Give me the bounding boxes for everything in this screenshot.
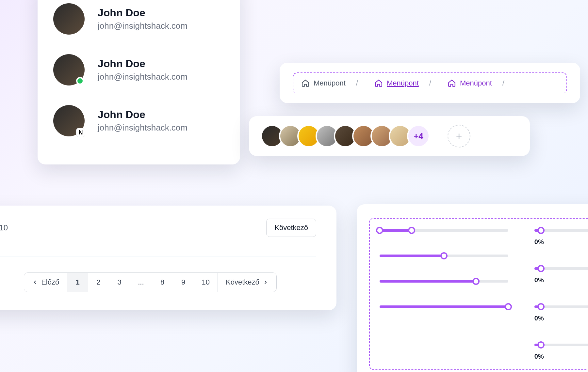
- avatar: [53, 54, 85, 85]
- pager-ellipsis: ...: [130, 273, 152, 292]
- contact-row[interactable]: John Doe john@insightshack.com: [53, 0, 224, 44]
- breadcrumb-label: Menüpont: [460, 79, 492, 87]
- slider-handle[interactable]: [505, 303, 512, 310]
- avatar-stack: +4: [261, 125, 430, 147]
- breadcrumb-item[interactable]: Menüpont /: [448, 79, 504, 87]
- pager-next-button[interactable]: Következő: [218, 273, 276, 292]
- pager-page-button[interactable]: 2: [88, 273, 109, 292]
- home-icon: [301, 79, 310, 87]
- slider-column-right: 0% 0% 0% 0%: [534, 228, 588, 360]
- breadcrumb-label: Menüpont: [314, 79, 346, 87]
- page-indicator: al 1/10: [0, 223, 8, 232]
- slider-handle[interactable]: [440, 252, 448, 259]
- breadcrumb-item[interactable]: Menüpont /: [301, 79, 358, 87]
- breadcrumb-separator: /: [356, 79, 358, 87]
- next-button[interactable]: Következő: [266, 219, 316, 237]
- contact-name: John Doe: [98, 109, 188, 121]
- pager-page-button[interactable]: 10: [194, 273, 218, 292]
- pager-prev-button[interactable]: Előző: [24, 273, 67, 292]
- contact-email: john@insightshack.com: [98, 72, 188, 82]
- contact-email: john@insightshack.com: [98, 21, 188, 31]
- slider-value-label: 0%: [534, 353, 588, 360]
- slider[interactable]: [380, 279, 508, 284]
- pager-page-button[interactable]: 8: [152, 273, 173, 292]
- app-badge-icon: N: [76, 128, 85, 137]
- slider-handle[interactable]: [472, 278, 480, 285]
- breadcrumb-label: Menüpont: [387, 79, 419, 87]
- slider[interactable]: [380, 304, 508, 309]
- slider-handle[interactable]: [537, 265, 545, 272]
- avatar-stack-card: +4 +: [249, 116, 530, 156]
- breadcrumb-card: Menüpont / Menüpont / Menüpont /: [280, 63, 580, 103]
- contact-name: John Doe: [98, 58, 188, 70]
- slider-handle[interactable]: [537, 303, 545, 310]
- slider-handle[interactable]: [537, 227, 545, 234]
- slider-value-label: 0%: [534, 238, 588, 246]
- slider-handle[interactable]: [408, 227, 415, 234]
- slider-handle[interactable]: [376, 227, 383, 234]
- breadcrumb-separator: /: [502, 79, 504, 87]
- contact-email: john@insightshack.com: [98, 123, 188, 133]
- breadcrumb: Menüpont / Menüpont / Menüpont /: [293, 72, 567, 93]
- sliders-card: 0% 0% 0% 0%: [357, 204, 588, 372]
- contact-name: John Doe: [98, 7, 188, 19]
- pagination-card: al 1/10 Következő Előző 1 2 3 ... 8 9 10…: [0, 206, 336, 310]
- pager-prev-label: Előző: [41, 278, 59, 287]
- pager-page-button[interactable]: 3: [109, 273, 130, 292]
- slider[interactable]: [534, 304, 588, 309]
- home-icon: [374, 79, 383, 87]
- slider-column-left: [380, 228, 508, 360]
- pagination: Előző 1 2 3 ... 8 9 10 Következő: [24, 272, 277, 292]
- home-icon: [448, 79, 456, 87]
- slider-value-label: 0%: [534, 276, 588, 284]
- contact-row[interactable]: John Doe john@insightshack.com: [53, 44, 224, 95]
- breadcrumb-separator: /: [429, 79, 431, 87]
- chevron-left-icon: [32, 279, 38, 285]
- pager-next-label: Következő: [226, 278, 259, 287]
- status-online-icon: [76, 77, 84, 85]
- avatar-overflow[interactable]: +4: [407, 125, 430, 147]
- slider[interactable]: [534, 228, 588, 233]
- slider[interactable]: [534, 342, 588, 348]
- avatar: [53, 3, 85, 35]
- chevron-right-icon: [263, 279, 269, 285]
- slider[interactable]: [534, 266, 588, 271]
- range-slider[interactable]: [380, 228, 508, 233]
- add-avatar-button[interactable]: +: [448, 125, 470, 147]
- slider-value-label: 0%: [534, 315, 588, 322]
- slider-handle[interactable]: [537, 341, 545, 349]
- pager-page-button[interactable]: 9: [173, 273, 194, 292]
- avatar: N: [53, 105, 85, 136]
- plus-icon: +: [456, 130, 462, 142]
- contacts-card: John Doe john@insightshack.com John Doe …: [38, 0, 240, 164]
- slider[interactable]: [380, 253, 508, 258]
- breadcrumb-item[interactable]: Menüpont /: [374, 79, 431, 87]
- contact-row[interactable]: N John Doe john@insightshack.com: [53, 95, 224, 146]
- pager-page-button[interactable]: 1: [67, 273, 88, 292]
